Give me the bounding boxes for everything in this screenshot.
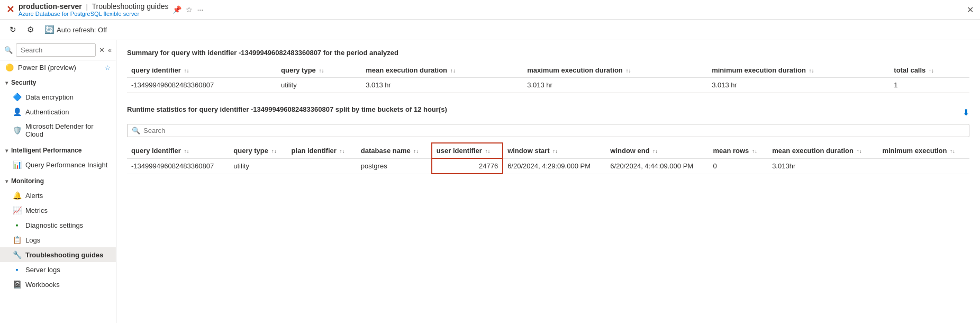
power-bi-favorite-icon[interactable]: ☆ (105, 64, 111, 71)
sidebar-section-monitoring: ▾ Monitoring 🔔 Alerts 📈 Metrics ▪ Diagno… (0, 173, 116, 293)
sidebar-item-metrics[interactable]: 📈 Metrics (0, 203, 116, 218)
sidebar-item-label: Logs (25, 236, 40, 244)
runtime-header: Runtime statistics for query identifier … (127, 105, 969, 120)
sidebar-item-label: Metrics (25, 207, 48, 214)
rt-cell-mean-rows: 0 (709, 158, 768, 174)
search-clear-icon[interactable]: ✕ (99, 46, 105, 54)
rt-col-query-identifier: query identifier ↑↓ (127, 143, 229, 158)
pin-icon[interactable]: 📌 (173, 5, 182, 14)
sort-icon[interactable]: ↑↓ (552, 148, 558, 154)
sort-icon[interactable]: ↑↓ (752, 148, 757, 154)
download-icon[interactable]: ⬇ (963, 107, 969, 118)
auto-refresh-button[interactable]: 🔄 Auto refresh: Off (41, 23, 110, 37)
data-encryption-icon: 🔷 (13, 93, 21, 101)
sidebar-item-alerts[interactable]: 🔔 Alerts (0, 188, 116, 203)
workbooks-icon: 📓 (13, 280, 21, 289)
col-query-type: query type ↑↓ (277, 63, 361, 78)
runtime-search-input[interactable] (143, 127, 965, 134)
runtime-table-row: -134999496082483360807 utility postgres … (127, 158, 969, 174)
sidebar-item-diagnostic-settings[interactable]: ▪ Diagnostic settings (0, 218, 116, 232)
sidebar-section-label: Intelligent Performance (11, 147, 81, 154)
sidebar-item-power-bi[interactable]: 🟡 Power BI (preview) ☆ (0, 60, 116, 75)
sort-icon[interactable]: ↑↓ (184, 68, 189, 74)
sidebar-item-query-performance-insight[interactable]: 📊 Query Performance Insight (0, 157, 116, 172)
sort-icon[interactable]: ↑↓ (857, 148, 862, 154)
sidebar-item-logs[interactable]: 📋 Logs (0, 232, 116, 247)
sidebar-item-workbooks[interactable]: 📓 Workbooks (0, 277, 116, 292)
runtime-search-icon: 🔍 (132, 127, 140, 134)
app-name: production-server (19, 2, 82, 11)
monitoring-chevron-icon: ▾ (5, 178, 8, 184)
sort-icon[interactable]: ↑↓ (929, 68, 934, 74)
sort-icon[interactable]: ↑↓ (413, 148, 419, 154)
alerts-icon: 🔔 (13, 191, 21, 200)
sort-icon[interactable]: ↑↓ (485, 148, 490, 154)
more-icon[interactable]: ··· (197, 5, 203, 14)
runtime-search-box: 🔍 (127, 124, 969, 137)
sort-icon[interactable]: ↑↓ (184, 148, 189, 154)
sort-icon[interactable]: ↑↓ (339, 148, 344, 154)
title-bar: ✕ production-server | Troubleshooting gu… (0, 0, 980, 20)
rt-col-mean-rows: mean rows ↑↓ (709, 143, 768, 158)
sidebar-item-data-encryption[interactable]: 🔷 Data encryption (0, 89, 116, 104)
metrics-icon: 📈 (13, 206, 21, 214)
col-mean-exec: mean execution duration ↑↓ (361, 63, 523, 78)
rt-cell-user-identifier: 24776 (432, 158, 503, 174)
cell-total-calls: 1 (890, 78, 969, 93)
sort-icon[interactable]: ↑↓ (625, 68, 631, 74)
security-chevron-icon: ▾ (5, 80, 8, 86)
cell-query-type: utility (277, 78, 361, 93)
close-button[interactable]: ✕ (967, 5, 974, 15)
rt-col-plan-identifier: plan identifier ↑↓ (287, 143, 357, 158)
sidebar-item-label: Data encryption (25, 93, 74, 101)
sidebar-section-security: ▾ Security 🔷 Data encryption 👤 Authentic… (0, 75, 116, 142)
sidebar-monitoring-header[interactable]: ▾ Monitoring (0, 174, 116, 188)
star-icon[interactable]: ☆ (186, 5, 193, 14)
runtime-table: query identifier ↑↓ query type ↑↓ plan i… (127, 142, 969, 174)
sidebar-item-authentication[interactable]: 👤 Authentication (0, 104, 116, 119)
title-separator: | (86, 3, 89, 11)
col-query-identifier: query identifier ↑↓ (127, 63, 277, 78)
runtime-section: Runtime statistics for query identifier … (127, 105, 969, 174)
title-bar-left: ✕ production-server | Troubleshooting gu… (6, 2, 203, 17)
sort-icon[interactable]: ↑↓ (271, 148, 277, 154)
sidebar-item-server-logs[interactable]: ▪ Server logs (0, 262, 116, 277)
server-logs-icon: ▪ (13, 265, 21, 274)
col-min-exec: minimum execution duration ↑↓ (707, 63, 890, 78)
main-layout: 🔍 ✕ « 🟡 Power BI (preview) ☆ ▾ Security … (0, 40, 980, 323)
cell-min-exec: 3.013 hr (707, 78, 890, 93)
sidebar-section-label: Security (11, 79, 36, 86)
rt-cell-database-name: postgres (357, 158, 432, 174)
rt-col-database-name: database name ↑↓ (357, 143, 432, 158)
rt-cell-plan-identifier (287, 158, 357, 174)
defender-icon: 🛡️ (13, 126, 21, 134)
page-subtitle: Azure Database for PostgreSQL flexible s… (19, 11, 168, 17)
refresh-button[interactable]: ↻ (6, 23, 20, 37)
search-input[interactable] (16, 43, 96, 57)
sidebar-item-defender[interactable]: 🛡️ Microsoft Defender for Cloud (0, 119, 116, 141)
rt-cell-window-start: 6/20/2024, 4:29:09.000 PM (503, 158, 606, 174)
summary-table: query identifier ↑↓ query type ↑↓ mean e… (127, 63, 969, 93)
rt-cell-query-type: utility (229, 158, 287, 174)
sidebar-collapse-button[interactable]: « (108, 46, 112, 54)
sort-icon[interactable]: ↑↓ (652, 148, 658, 154)
sidebar-item-label: Server logs (25, 266, 60, 274)
rt-cell-query-identifier: -134999496082483360807 (127, 158, 229, 174)
rt-col-min-exec: minimum execution ↑↓ (878, 143, 969, 158)
sort-icon[interactable]: ↑↓ (450, 68, 456, 74)
sidebar-item-troubleshooting-guides[interactable]: 🔧 Troubleshooting guides (0, 247, 116, 262)
rt-col-user-identifier: user identifier ↑↓ (432, 143, 503, 158)
sidebar-item-label: Query Performance Insight (25, 161, 107, 169)
diagnose-button[interactable]: ⚙ (24, 23, 37, 37)
title-info: production-server | Troubleshooting guid… (19, 2, 168, 17)
sort-icon[interactable]: ↑↓ (950, 148, 955, 154)
summary-section: Summary for query with identifier -13499… (127, 49, 969, 93)
sort-icon[interactable]: ↑↓ (809, 68, 814, 74)
content-area: Summary for query with identifier -13499… (116, 40, 980, 323)
sort-icon[interactable]: ↑↓ (319, 68, 324, 74)
diagnostic-icon: ▪ (13, 221, 21, 229)
sidebar-intelligent-performance-header[interactable]: ▾ Intelligent Performance (0, 143, 116, 157)
sidebar-security-header[interactable]: ▾ Security (0, 76, 116, 89)
rt-col-mean-exec-dur: mean execution duration ↑↓ (768, 143, 878, 158)
cell-mean-exec: 3.013 hr (361, 78, 523, 93)
